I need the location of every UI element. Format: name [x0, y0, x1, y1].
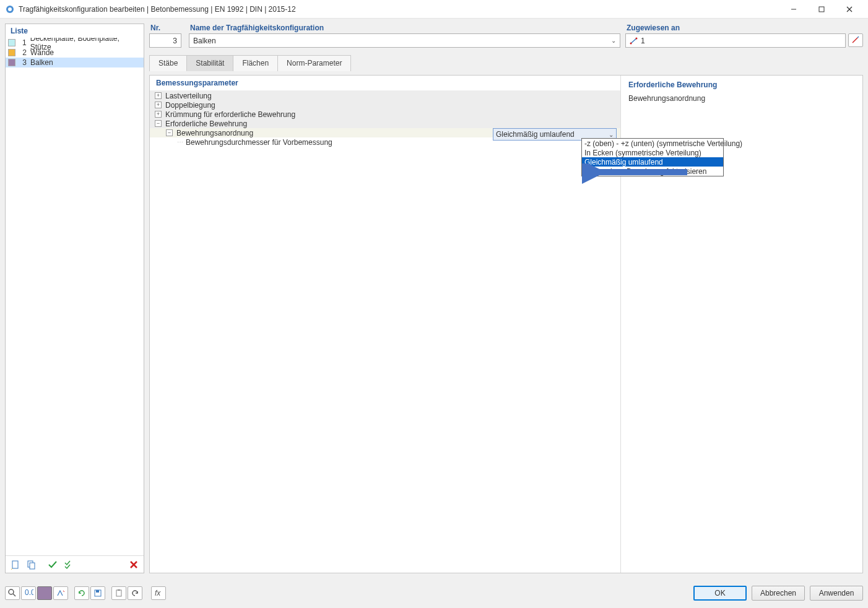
cancel-button[interactable]: Abbrechen — [752, 586, 805, 601]
list-item-num: 3 — [19, 58, 27, 67]
color-button[interactable] — [37, 586, 52, 600]
tree-row-lastverteilung[interactable]: +Lastverteilung — [150, 91, 620, 100]
nr-input[interactable] — [149, 33, 181, 48]
name-select[interactable]: Balken ⌄ — [189, 33, 620, 48]
tab-norm-parameter[interactable]: Norm-Parameter — [277, 55, 351, 71]
tab-staebe[interactable]: Stäbe — [149, 55, 187, 71]
check-single-button[interactable] — [45, 558, 60, 571]
params-header: Bemessungsparameter — [150, 76, 620, 91]
info-text: Bewehrungsanordnung — [628, 94, 855, 103]
undo-button[interactable] — [128, 586, 142, 600]
svg-line-11 — [631, 38, 636, 43]
tree-row-erforderliche-bewehrung[interactable]: −Erforderliche Bewehrung — [150, 119, 620, 128]
pick-member-button[interactable] — [848, 33, 863, 47]
refresh-button[interactable] — [74, 586, 89, 600]
svg-rect-6 — [12, 561, 18, 568]
search-button[interactable] — [5, 586, 20, 600]
close-button[interactable] — [835, 0, 863, 19]
name-select-value: Balken — [193, 37, 216, 45]
tree-row-kruemmung[interactable]: +Krümmung für erforderliche Bewehrung — [150, 110, 620, 119]
list-header: Liste — [6, 24, 144, 38]
units-button[interactable]: 0.00 — [21, 586, 36, 600]
svg-point-13 — [636, 37, 638, 39]
svg-point-1 — [8, 7, 12, 11]
tree-label: Bewehrungsanordnung — [176, 129, 253, 137]
window-title: Tragfähigkeitskonfiguration bearbeiten |… — [19, 5, 296, 14]
list-item-num: 2 — [19, 48, 27, 57]
collapse-icon[interactable]: − — [166, 129, 173, 136]
assign-button[interactable] — [53, 586, 68, 600]
list-item-1[interactable]: 1 Deckenplatte, Bodenplatte, Stütze — [6, 38, 144, 48]
tree-connector-icon: ⋯ — [177, 139, 183, 145]
check-all-button[interactable] — [61, 558, 76, 571]
svg-point-14 — [9, 589, 14, 594]
info-title: Erforderliche Bewehrung — [628, 80, 855, 89]
list-item-3[interactable]: 3 Balken — [6, 58, 144, 67]
chevron-down-icon: ⌄ — [611, 37, 616, 44]
tree-label: Bewehrungsdurchmesser für Vorbemessung — [186, 138, 332, 147]
ok-button[interactable]: OK — [693, 586, 747, 601]
list-swatch-icon — [8, 39, 15, 46]
function-button[interactable]: fx — [151, 586, 166, 600]
tree-row-doppelbiegung[interactable]: +Doppelbiegung — [150, 100, 620, 110]
svg-rect-19 — [96, 590, 99, 593]
tree-label: Krümmung für erforderliche Bewehrung — [165, 110, 295, 119]
tab-stabilitaet[interactable]: Stabilität — [186, 55, 233, 71]
name-label: Name der Tragfähigkeitskonfiguration — [189, 24, 620, 32]
chevron-down-icon: ⌄ — [609, 131, 614, 138]
maximize-button[interactable] — [807, 0, 835, 19]
minimize-button[interactable] — [779, 0, 807, 19]
copy-button[interactable] — [24, 558, 39, 571]
nr-label: Nr. — [149, 24, 184, 32]
svg-line-17 — [63, 591, 64, 592]
expand-icon[interactable]: + — [155, 111, 162, 118]
svg-rect-20 — [116, 590, 121, 596]
app-icon — [5, 4, 15, 14]
list-item-label: Wände — [30, 48, 54, 57]
svg-text:fx: fx — [155, 589, 161, 597]
tree-label: Doppelbiegung — [165, 101, 215, 110]
zugewiesen-value: 1 — [641, 37, 645, 45]
collapse-icon[interactable]: − — [155, 120, 162, 127]
zugewiesen-input[interactable]: 1 — [625, 33, 846, 48]
combo-value: Gleichmäßig umlaufend — [496, 130, 575, 139]
svg-rect-3 — [819, 7, 824, 12]
svg-point-12 — [630, 42, 632, 44]
tree-label: Lastverteilung — [165, 92, 212, 100]
dropdown-option-ecken[interactable]: In Ecken (symmetrische Verteilung) — [582, 148, 723, 157]
expand-icon[interactable]: + — [155, 102, 162, 108]
tree-label: Erforderliche Bewehrung — [165, 119, 247, 128]
list-item-label: Balken — [30, 58, 53, 67]
member-icon — [630, 37, 638, 45]
list-item-num: 1 — [19, 38, 27, 47]
svg-line-15 — [13, 594, 15, 596]
list-swatch-icon — [8, 49, 15, 56]
new-button[interactable] — [8, 558, 23, 571]
tab-flaechen[interactable]: Flächen — [233, 55, 278, 71]
apply-button[interactable]: Anwenden — [810, 586, 863, 601]
save-button[interactable] — [90, 586, 105, 600]
list-swatch-icon — [8, 59, 15, 66]
svg-rect-8 — [30, 563, 35, 569]
annotation-arrow-icon — [582, 163, 693, 188]
delete-button[interactable] — [126, 558, 141, 571]
clipboard-button[interactable] — [111, 586, 126, 600]
svg-text:0.00: 0.00 — [25, 588, 33, 597]
zugewiesen-label: Zugewiesen an — [625, 24, 863, 32]
svg-rect-21 — [118, 589, 120, 591]
expand-icon[interactable]: + — [155, 92, 162, 99]
dropdown-option-z-sym[interactable]: -z (oben) - +z (unten) (symmetrische Ver… — [582, 139, 723, 148]
